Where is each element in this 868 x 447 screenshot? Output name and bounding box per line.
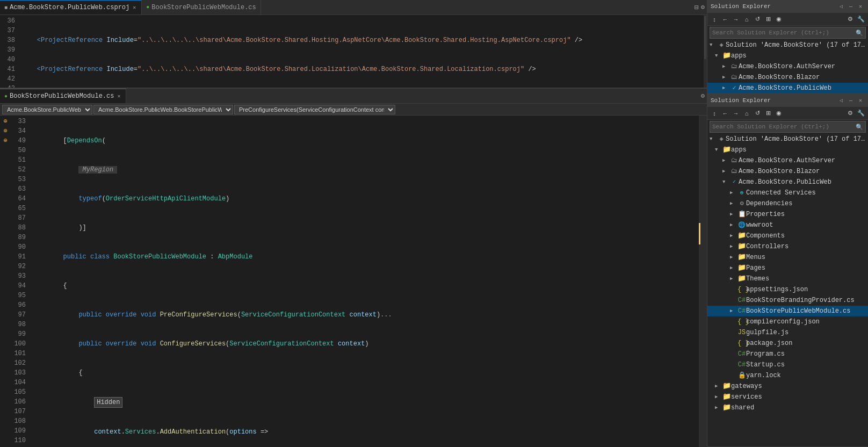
se-back-btn-b[interactable]: ←	[720, 109, 730, 118]
tree-dependencies[interactable]: ▶ ⚙ Dependencies	[707, 198, 868, 209]
bspwm-label: BookStorePublicWebModule.cs	[746, 306, 850, 316]
chevron-services: ▶	[715, 392, 722, 402]
se-sync-btn[interactable]: ↕	[710, 15, 719, 24]
tree-blazor-top[interactable]: ▶ 🗂 Acme.BookStore.Blazor	[707, 72, 868, 83]
tab-csproj-close[interactable]: ✕	[132, 4, 137, 11]
se-search-input-bottom[interactable]	[712, 124, 856, 130]
tree-apps-b[interactable]: ▼ 📁 apps	[707, 145, 868, 155]
tree-startupcs[interactable]: ▶ C# Startup.cs	[707, 359, 868, 370]
se-pin-icon-bottom[interactable]: ◁	[837, 96, 845, 105]
se-refresh-btn[interactable]: ↺	[753, 15, 762, 24]
se-filter-btn[interactable]: ⊞	[763, 15, 773, 24]
se-preview-btn-b[interactable]: ◉	[774, 109, 784, 118]
tree-publicweb-top[interactable]: ▶ ✓ Acme.BookStore.PublicWeb	[707, 83, 868, 93]
tree-yarnlock[interactable]: ▶ 🔒 yarn.lock	[707, 370, 868, 381]
se-filter-btn-b[interactable]: ⊞	[763, 109, 773, 118]
tree-programcs[interactable]: ▶ C# Program.cs	[707, 349, 868, 359]
tree-compilerconfig[interactable]: ▶ { } compilerconfig.json	[707, 316, 868, 327]
collapse-icon[interactable]: ⊟	[695, 3, 699, 12]
tree-appsettings[interactable]: ▶ { } appsettings.json	[707, 284, 868, 295]
tree-authserver-top[interactable]: ▶ 🗂 Acme.BookStore.AuthServer	[707, 61, 868, 72]
gutter-53: ⊕	[0, 117, 11, 126]
se-sync-btn-b[interactable]: ↕	[710, 109, 719, 118]
tree-solution-top[interactable]: ▼ ◈ Solution 'Acme.BookStore' (17 of 17 …	[707, 40, 868, 51]
se-close-icon-top[interactable]: ✕	[856, 2, 865, 11]
tree-gateways[interactable]: ▶ 📁 gateways	[707, 381, 868, 392]
tree-blazor-b[interactable]: ▶ 🗂 Acme.BookStore.Blazor	[707, 166, 868, 177]
tree-bspwm[interactable]: ▶ C# BookStorePublicWebModule.cs	[707, 306, 868, 316]
solution-label-top: Solution 'Acme.BookStore' (17 of 17 proj…	[726, 40, 866, 51]
se-home-btn-b[interactable]: ⌂	[742, 109, 751, 118]
se-collapse-icon-bottom[interactable]: —	[847, 96, 855, 105]
top-tab-bar: ■ Acme.BookStore.PublicWeb.csproj ✕ ● Bo…	[0, 0, 707, 15]
tree-wwwroot[interactable]: ▶ 🌐 wwwroot	[707, 220, 868, 230]
tree-packagejson[interactable]: ▶ { } package.json	[707, 338, 868, 349]
bottom-settings-icon[interactable]: ⚙	[701, 92, 705, 100]
method-dropdown[interactable]: PreConfigureServices(ServiceConfiguratio…	[234, 105, 395, 114]
tree-controllers[interactable]: ▶ 📁 Controllers	[707, 241, 868, 252]
tree-shared[interactable]: ▶ 📁 shared	[707, 402, 868, 413]
tab-bspwm-bottom[interactable]: ● BookStorePublicWebModule.cs ✕	[0, 89, 126, 103]
tab-bspwm-top[interactable]: ● BookStorePublicWebModule.cs	[142, 0, 261, 15]
se-collapse-icon-top[interactable]: —	[847, 2, 855, 11]
properties-label: Properties	[746, 209, 785, 220]
top-editor-pane: ■ Acme.BookStore.PublicWeb.csproj ✕ ● Bo…	[0, 0, 707, 89]
se-pin-icon-top[interactable]: ◁	[837, 2, 845, 11]
se-forward-btn[interactable]: →	[731, 15, 741, 24]
se-search-input-top[interactable]	[712, 30, 856, 36]
line-33: [DependsOn(	[30, 136, 699, 146]
namespace-dropdown[interactable]: Acme.BookStore.PublicWeb	[2, 105, 92, 114]
solution-icon-top: ◈	[717, 40, 726, 51]
tree-properties[interactable]: ▶ 📋 Properties	[707, 209, 868, 220]
chevron-blazor-b: ▶	[722, 166, 730, 177]
folder-icon-shared: 📁	[722, 402, 731, 413]
se-wrench-btn-b[interactable]: 🔧	[856, 109, 866, 118]
gutter-63: ⊕	[0, 126, 11, 136]
branding-label: BookStoreBrandingProvider.cs	[746, 295, 855, 306]
class-dropdown[interactable]: Acme.BookStore.PublicWeb.BookStorePublic…	[93, 105, 233, 114]
se-search-bottom[interactable]: 🔍	[710, 121, 866, 133]
se-header-icons-bottom: ◁ — ✕	[837, 96, 865, 105]
se-home-btn[interactable]: ⌂	[742, 15, 751, 24]
se-more-btn-top[interactable]: ⚙	[845, 15, 855, 24]
tree-menus[interactable]: ▶ 📁 Menus	[707, 252, 868, 263]
chevron-solution-top: ▼	[710, 40, 717, 51]
se-back-btn[interactable]: ←	[720, 15, 730, 24]
tree-apps-top[interactable]: ▼ 📁 apps	[707, 51, 868, 61]
se-close-icon-bottom[interactable]: ✕	[856, 96, 865, 105]
tree-authserver-b[interactable]: ▶ 🗂 Acme.BookStore.AuthServer	[707, 155, 868, 166]
bottom-scrollbar-v[interactable]	[700, 116, 707, 447]
tree-branding[interactable]: ▶ C# BookStoreBrandingProvider.cs	[707, 295, 868, 306]
tab-bspwm-bottom-close[interactable]: ✕	[116, 92, 121, 100]
code-line-37: <ProjectReference Include="..\..\..\..\.…	[19, 64, 704, 74]
se-wrench-btn[interactable]: 🔧	[856, 15, 866, 24]
tree-connected-services[interactable]: ▶ ⊕ Connected Services	[707, 188, 868, 198]
deps-icon: ⚙	[737, 198, 746, 209]
se-more-btn-b[interactable]: ⚙	[845, 109, 855, 118]
authserver-label-b: Acme.BookStore.AuthServer	[739, 155, 835, 166]
tree-publicweb-b[interactable]: ▼ ✓ Acme.BookStore.PublicWeb	[707, 177, 868, 188]
se-forward-btn-b[interactable]: →	[731, 109, 741, 118]
solution-label-b: Solution 'Acme.BookStore' (17 of 17 proj…	[726, 134, 866, 145]
apps-label-top: apps	[731, 51, 747, 61]
tree-themes[interactable]: ▶ 📁 Themes	[707, 273, 868, 284]
settings-icon-top[interactable]: ⚙	[701, 3, 705, 11]
folder-icon-gateways: 📁	[722, 381, 731, 392]
tree-gulpfile[interactable]: ▶ JS gulpfile.js	[707, 327, 868, 338]
pages-label: Pages	[746, 263, 765, 273]
se-refresh-btn-b[interactable]: ↺	[753, 109, 762, 118]
chevron-apps-b: ▼	[715, 145, 722, 155]
se-pane-top: Solution Explorer ◁ — ✕ ↕ ← → ⌂ ↺ ⊞ ◉ ⚙ …	[707, 0, 868, 94]
csproj-icon-authserver-b: 🗂	[730, 155, 739, 166]
tree-pages[interactable]: ▶ 📁 Pages	[707, 263, 868, 273]
se-preview-btn[interactable]: ◉	[774, 15, 784, 24]
tree-solution-b[interactable]: ▼ ◈ Solution 'Acme.BookStore' (17 of 17 …	[707, 134, 868, 145]
folder-icon-themes: 📁	[737, 273, 746, 284]
tree-components[interactable]: ▶ 📁 Components	[707, 230, 868, 241]
tree-services[interactable]: ▶ 📁 services	[707, 392, 868, 402]
se-search-top[interactable]: 🔍	[710, 27, 866, 39]
publicweb-label-b: Acme.BookStore.PublicWeb	[739, 177, 831, 188]
editor-area: ■ Acme.BookStore.PublicWeb.csproj ✕ ● Bo…	[0, 0, 707, 447]
tab-csproj[interactable]: ■ Acme.BookStore.PublicWeb.csproj ✕	[0, 0, 142, 15]
json-icon-appsettings: { }	[737, 284, 746, 295]
